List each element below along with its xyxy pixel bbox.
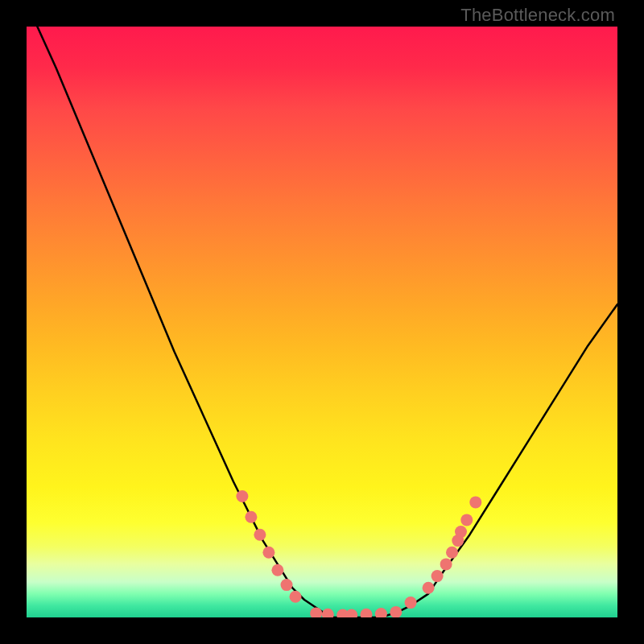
data-marker bbox=[310, 607, 322, 617]
data-marker bbox=[423, 582, 435, 594]
data-marker bbox=[446, 547, 458, 559]
data-marker bbox=[361, 609, 373, 617]
data-marker bbox=[281, 579, 293, 591]
watermark-text: TheBottleneck.com bbox=[460, 5, 615, 26]
chart-frame: TheBottleneck.com bbox=[0, 0, 644, 644]
data-marker bbox=[271, 564, 283, 576]
plot-area bbox=[27, 27, 617, 617]
bottleneck-curve bbox=[27, 27, 617, 617]
data-marker bbox=[254, 529, 266, 541]
data-marker bbox=[455, 526, 467, 538]
data-marker bbox=[290, 591, 302, 603]
data-marker bbox=[460, 514, 473, 526]
data-marker bbox=[440, 558, 452, 570]
data-marker bbox=[236, 490, 248, 502]
data-marker bbox=[390, 606, 402, 617]
data-marker bbox=[245, 511, 257, 523]
data-marker bbox=[405, 597, 417, 609]
data-marker bbox=[469, 496, 481, 508]
data-marker bbox=[345, 609, 357, 617]
data-marker bbox=[262, 547, 275, 559]
data-marker bbox=[431, 570, 444, 582]
chart-svg bbox=[27, 27, 617, 617]
data-marker bbox=[322, 609, 334, 617]
data-marker bbox=[375, 608, 387, 617]
